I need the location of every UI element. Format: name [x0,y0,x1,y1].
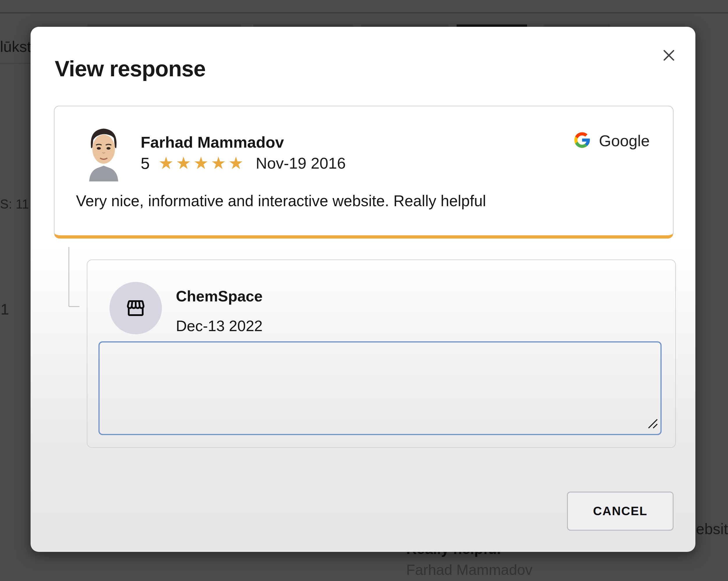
dialog-title: View response [55,56,206,81]
background-text-fragment: ebsite [696,520,728,538]
google-logo-icon [573,131,592,151]
cancel-button[interactable]: CANCEL [567,491,674,531]
reviewer-name: Farhad Mammadov [141,133,284,151]
review-date: Nov-19 2016 [256,154,346,172]
business-avatar [109,282,162,334]
dimmed-page-divider-left [0,63,31,64]
review-text: Very nice, informative and interactive w… [76,192,486,210]
close-icon [659,61,678,66]
response-card: ChemSpace Dec-13 2022 [87,259,676,448]
view-response-dialog: View response F [31,27,695,552]
response-date: Dec-13 2022 [176,317,263,335]
rating-value: 5 [141,154,150,173]
close-button[interactable] [659,46,678,65]
background-text-fragment: 1 [1,301,9,318]
business-name: ChemSpace [176,287,263,305]
rating-row: 5 ★★★★★ Nov-19 2016 [141,153,346,173]
star-rating-icons: ★★★★★ [158,153,246,173]
background-text-fragment: S: 11 [0,197,29,211]
review-source-label: Google [599,132,650,150]
resize-handle-icon[interactable] [646,417,658,429]
reply-textarea[interactable] [98,341,661,435]
background-text-fragment: lūkst [0,38,31,55]
review-card: Farhad Mammadov 5 ★★★★★ Nov-19 2016 Goog… [54,106,674,238]
reviewer-avatar [83,125,124,181]
dimmed-page-divider-top [0,12,728,14]
storefront-icon [125,297,146,320]
background-reviewer-name: Farhad Mammadov [406,561,532,578]
review-source-badge: Google [573,131,650,151]
reply-connector-line [69,247,79,307]
